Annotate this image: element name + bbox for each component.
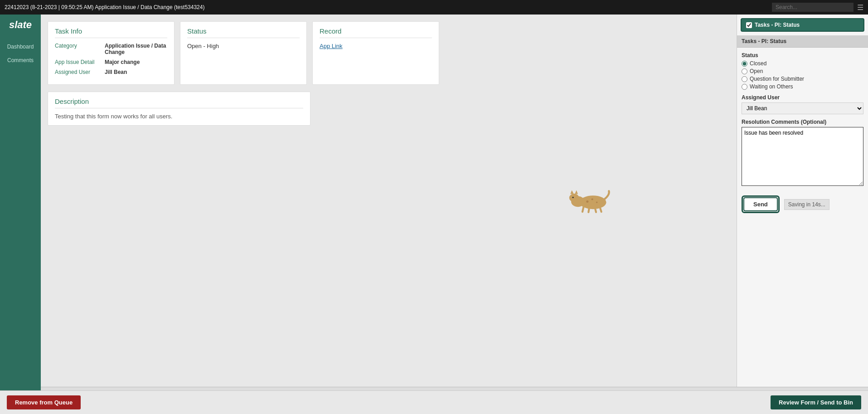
svg-point-2: [569, 194, 579, 202]
svg-line-9: [600, 207, 601, 212]
sidebar-item-comments[interactable]: Comments: [0, 54, 41, 67]
resolution-label: Resolution Comments (Optional): [742, 119, 863, 125]
description-title: Description: [55, 97, 303, 108]
resolution-textarea[interactable]: Issue has been resolved: [742, 127, 863, 186]
svg-marker-4: [575, 190, 578, 194]
svg-line-8: [595, 208, 596, 212]
cat-decoration: [567, 187, 612, 214]
send-area: Send Saving in 14s...: [737, 192, 868, 217]
svg-point-0: [580, 195, 606, 209]
svg-point-1: [571, 196, 585, 207]
page-title: 22412023 (8-21-2023 | 09:50:25 AM) Appli…: [5, 4, 772, 10]
svg-point-5: [572, 197, 574, 198]
search-input[interactable]: [772, 3, 853, 12]
sidebar-item-dashboard[interactable]: Dashboard: [0, 40, 41, 54]
cat-svg: [567, 187, 612, 214]
radio-waiting-label: Waiting on Others: [750, 83, 793, 90]
cards-row: Task Info Category Application Issue / D…: [48, 21, 730, 85]
radio-closed-input[interactable]: [742, 61, 747, 67]
svg-line-6: [582, 207, 584, 212]
app-link[interactable]: App Link: [320, 43, 343, 49]
record-title: Record: [320, 27, 432, 38]
content-area: Task Info Category Application Issue / D…: [41, 15, 868, 390]
description-card: Description Testing that this form now w…: [48, 92, 310, 126]
svg-point-12: [596, 202, 597, 203]
form-section: Status Closed Open Question for Submi: [737, 48, 868, 192]
svg-point-11: [592, 198, 593, 200]
saving-text: Saving in 14s...: [784, 199, 829, 210]
top-bar: 22412023 (8-21-2023 | 09:50:25 AM) Appli…: [0, 0, 868, 15]
send-btn-wrapper: Send: [742, 195, 780, 213]
main-panel: Task Info Category Application Issue / D…: [41, 15, 737, 387]
assigned-user-value: Jill Bean: [105, 69, 127, 75]
category-label: Category: [55, 43, 105, 55]
assigned-user-form-label: Assigned User: [742, 94, 863, 101]
app-logo: slate: [9, 19, 32, 31]
bottom-bar: Remove from Queue Review Form / Send to …: [0, 390, 868, 414]
assigned-user-select[interactable]: Jill Bean: [742, 102, 863, 114]
svg-marker-3: [570, 190, 574, 194]
sidebar: slate Dashboard Comments: [0, 15, 41, 390]
tasks-header-label: Tasks - PI: Status: [755, 22, 800, 28]
tasks-pi-title: Tasks - PI: Status: [737, 35, 868, 48]
tasks-header[interactable]: Tasks - PI: Status: [741, 18, 864, 32]
app-issue-value: Major change: [105, 59, 140, 65]
radio-question[interactable]: Question for Submitter: [742, 76, 863, 82]
horizontal-scrollbar[interactable]: [41, 387, 868, 390]
radio-question-input[interactable]: [742, 76, 747, 82]
category-value: Application Issue / Data Change: [105, 43, 167, 55]
radio-waiting-input[interactable]: [742, 84, 747, 90]
main-layout: slate Dashboard Comments Task Info Categ…: [0, 15, 868, 390]
radio-closed[interactable]: Closed: [742, 60, 863, 67]
svg-line-7: [588, 208, 589, 212]
task-info-title: Task Info: [55, 27, 167, 38]
radio-question-label: Question for Submitter: [750, 76, 804, 82]
status-form-label: Status: [742, 52, 863, 58]
task-info-card: Task Info Category Application Issue / D…: [48, 21, 175, 85]
review-form-send-to-bin-button[interactable]: Review Form / Send to Bin: [771, 395, 861, 409]
assigned-user-label: Assigned User: [55, 69, 105, 75]
tasks-checkbox[interactable]: [746, 22, 752, 28]
radio-waiting[interactable]: Waiting on Others: [742, 83, 863, 90]
status-title: Status: [187, 27, 300, 38]
radio-open-input[interactable]: [742, 68, 747, 74]
right-panel: Tasks - PI: Status Tasks - PI: Status St…: [737, 15, 868, 387]
category-row: Category Application Issue / Data Change: [55, 43, 167, 55]
app-issue-label: App Issue Detail: [55, 59, 105, 65]
status-value: Open - High: [187, 43, 219, 49]
description-text: Testing that this form now works for all…: [55, 113, 303, 120]
assigned-user-row: Assigned User Jill Bean: [55, 69, 167, 75]
svg-point-10: [586, 200, 588, 203]
remove-from-queue-button[interactable]: Remove from Queue: [7, 395, 81, 409]
app-issue-row: App Issue Detail Major change: [55, 59, 167, 65]
record-card: Record App Link: [312, 21, 439, 85]
status-radio-group: Closed Open Question for Submitter: [742, 60, 863, 90]
radio-closed-label: Closed: [750, 60, 766, 67]
radio-open[interactable]: Open: [742, 68, 863, 74]
status-card: Status Open - High: [180, 21, 307, 85]
send-button[interactable]: Send: [743, 197, 778, 211]
inner-content: Task Info Category Application Issue / D…: [41, 15, 868, 387]
radio-open-label: Open: [750, 68, 763, 74]
menu-icon[interactable]: ☰: [857, 3, 863, 12]
